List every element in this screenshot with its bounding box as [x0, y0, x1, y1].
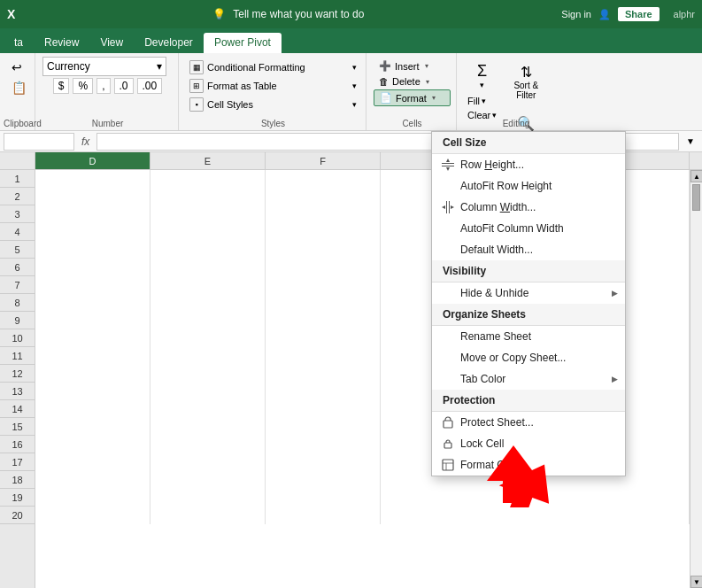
col-header-d[interactable]: D: [35, 152, 150, 169]
insert-button[interactable]: ➕ Insert ▾: [374, 58, 451, 74]
format-button[interactable]: 📄 Format ▾: [374, 89, 451, 106]
cell-8-0[interactable]: [35, 294, 150, 312]
cell-11-0[interactable]: [35, 347, 150, 365]
autofit-row-item[interactable]: AutoFit Row Height: [432, 175, 625, 197]
cell-20-1[interactable]: [150, 507, 266, 524]
cell-18-0[interactable]: [35, 471, 150, 489]
rename-sheet-item[interactable]: Rename Sheet: [432, 326, 625, 347]
cell-18-2[interactable]: [266, 471, 381, 489]
cell-4-1[interactable]: [150, 223, 266, 241]
autofit-col-item[interactable]: AutoFit Column Width: [432, 218, 625, 239]
dollar-sign[interactable]: $: [53, 78, 70, 94]
cell-3-2[interactable]: [266, 205, 381, 223]
cell-18-1[interactable]: [150, 471, 266, 489]
lock-cell-item[interactable]: Lock Cell: [432, 433, 625, 454]
col-header-e[interactable]: E: [150, 152, 266, 169]
tab-developer[interactable]: Developer: [134, 33, 204, 53]
tab-power-pivot[interactable]: Power Pivot: [204, 33, 282, 53]
share-button[interactable]: Share: [618, 7, 660, 21]
cell-8-2[interactable]: [266, 294, 381, 312]
cell-11-1[interactable]: [150, 347, 266, 365]
sort-filter-button[interactable]: ⇅ Sort &Filter: [504, 57, 548, 106]
tab-view[interactable]: View: [89, 33, 134, 53]
cell-12-2[interactable]: [266, 365, 381, 383]
cell-13-2[interactable]: [266, 383, 381, 400]
cell-5-1[interactable]: [150, 241, 266, 259]
cell-6-1[interactable]: [150, 259, 266, 276]
row-height-item[interactable]: Row Height...: [432, 154, 625, 175]
number-format-dropdown[interactable]: Currency ▾: [42, 57, 166, 76]
cell-9-0[interactable]: [35, 312, 150, 329]
cell-19-1[interactable]: [150, 489, 266, 507]
cell-6-0[interactable]: [35, 259, 150, 276]
name-box[interactable]: [4, 133, 74, 151]
cell-20-2[interactable]: [266, 507, 381, 524]
cell-15-0[interactable]: [35, 418, 150, 436]
cell-8-1[interactable]: [150, 294, 266, 312]
cell-1-0[interactable]: [35, 170, 150, 188]
cell-16-0[interactable]: [35, 436, 150, 453]
comma-sign[interactable]: ,: [96, 78, 110, 94]
cell-9-2[interactable]: [266, 312, 381, 329]
cell-styles-button[interactable]: ▪ Cell Styles ▾: [186, 96, 360, 113]
cell-10-2[interactable]: [266, 329, 381, 347]
scroll-down-btn[interactable]: ▼: [690, 576, 702, 588]
cell-17-1[interactable]: [150, 453, 266, 471]
cell-20-0[interactable]: [35, 507, 150, 524]
conditional-formatting-button[interactable]: ▦ Conditional Formatting ▾: [186, 58, 360, 76]
decrease-decimal[interactable]: .0: [114, 78, 134, 94]
cell-1-1[interactable]: [150, 170, 266, 188]
cell-11-2[interactable]: [266, 347, 381, 365]
cell-10-1[interactable]: [150, 329, 266, 347]
protect-sheet-item[interactable]: Protect Sheet...: [432, 412, 625, 433]
cell-1-2[interactable]: [266, 170, 381, 188]
cell-4-2[interactable]: [266, 223, 381, 241]
cell-15-1[interactable]: [150, 418, 266, 436]
cell-3-1[interactable]: [150, 205, 266, 223]
cell-12-0[interactable]: [35, 365, 150, 383]
cell-16-2[interactable]: [266, 436, 381, 453]
cell-2-1[interactable]: [150, 188, 266, 205]
cell-16-1[interactable]: [150, 436, 266, 453]
tab-review[interactable]: Review: [34, 33, 89, 53]
cell-14-2[interactable]: [266, 400, 381, 418]
fill-button[interactable]: Fill ▾: [464, 95, 500, 107]
cell-4-0[interactable]: [35, 223, 150, 241]
increase-decimal[interactable]: .00: [137, 78, 163, 94]
column-width-item[interactable]: Column Width...: [432, 197, 625, 218]
scroll-right-btn[interactable]: ▼: [683, 136, 698, 146]
cell-6-2[interactable]: [266, 259, 381, 276]
cell-15-2[interactable]: [266, 418, 381, 436]
autosum-button[interactable]: Σ ▾: [464, 58, 500, 93]
tab-ta[interactable]: ta: [4, 33, 34, 53]
signin-button[interactable]: Sign in: [561, 9, 591, 19]
cell-7-2[interactable]: [266, 276, 381, 294]
vertical-scrollbar[interactable]: ▲ ▼: [690, 170, 702, 588]
cell-19-2[interactable]: [266, 489, 381, 507]
cell-5-2[interactable]: [266, 241, 381, 259]
format-as-table-button[interactable]: ⊞ Format as Table ▾: [186, 77, 360, 95]
cell-17-2[interactable]: [266, 453, 381, 471]
cell-7-0[interactable]: [35, 276, 150, 294]
search-bar[interactable]: 💡 Tell me what you want to do: [15, 8, 561, 20]
cell-7-1[interactable]: [150, 276, 266, 294]
cell-13-1[interactable]: [150, 383, 266, 400]
percent-sign[interactable]: %: [73, 78, 93, 94]
scroll-up-btn[interactable]: ▲: [690, 170, 702, 182]
default-width-item[interactable]: Default Width...: [432, 239, 625, 260]
cell-3-0[interactable]: [35, 205, 150, 223]
cell-13-0[interactable]: [35, 383, 150, 400]
tab-color-item[interactable]: Tab Color: [432, 368, 625, 390]
cell-19-0[interactable]: [35, 489, 150, 507]
cell-9-1[interactable]: [150, 312, 266, 329]
scrollbar-thumb[interactable]: [692, 184, 700, 211]
col-header-f[interactable]: F: [266, 152, 381, 169]
cell-12-1[interactable]: [150, 365, 266, 383]
cell-14-0[interactable]: [35, 400, 150, 418]
cell-5-0[interactable]: [35, 241, 150, 259]
cell-17-0[interactable]: [35, 453, 150, 471]
paste-button[interactable]: 📋: [12, 81, 27, 95]
undo-button[interactable]: ↩: [12, 60, 27, 74]
delete-button[interactable]: 🗑 Delete ▾: [374, 74, 451, 89]
cell-2-0[interactable]: [35, 188, 150, 205]
